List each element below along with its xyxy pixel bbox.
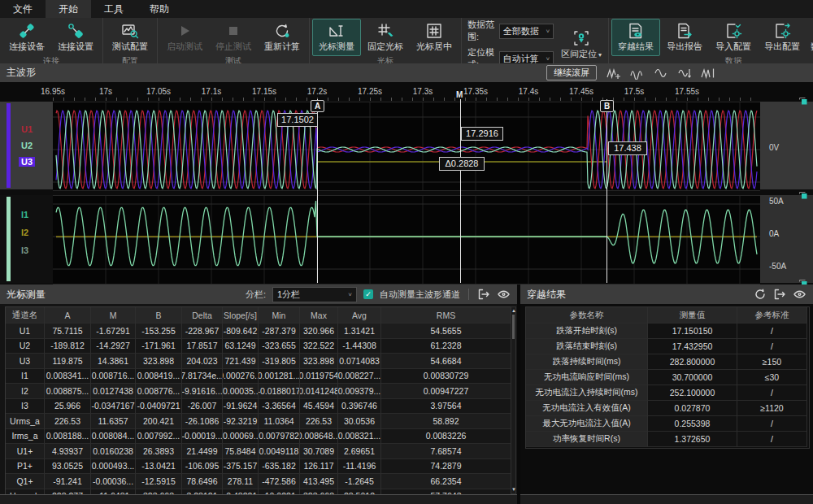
column-header[interactable]: 通道名 [6, 307, 45, 324]
table-cell: -171.961 [136, 339, 182, 354]
column-header: 测量值 [648, 307, 737, 324]
column-header[interactable]: A [45, 307, 91, 324]
channel-label-i1[interactable]: I1 [21, 210, 28, 219]
auto-measure-checkbox[interactable]: ✓ [363, 289, 373, 299]
column-header[interactable]: B [136, 307, 182, 324]
cursor-measure-label: 光标测量 [319, 41, 354, 53]
scroll-up-icon[interactable]: ▲ [511, 308, 515, 314]
scroll-down-icon[interactable]: ▼ [511, 487, 515, 493]
range-locate-button[interactable]: 区间定位▾ [557, 26, 606, 63]
table-row[interactable]: Irms_a0.008188...0.008084...0.007992...-… [6, 429, 511, 445]
cursor-a-badge[interactable]: A [311, 100, 324, 112]
crossing-result-button[interactable]: 穿越结果 [611, 19, 660, 56]
export-report-button[interactable]: 导出报告 [660, 19, 709, 56]
time-tick: 17.4s [519, 87, 538, 96]
eye-icon[interactable] [793, 288, 806, 301]
split-label: 分栏: [246, 289, 266, 301]
table-cell: 226.53 [45, 414, 91, 429]
start-test-button[interactable]: 启动测试 [160, 19, 209, 56]
table-row[interactable]: I325.966-0.0347167-0.0409721-26.007-91.9… [6, 399, 511, 415]
menu-tab-help[interactable]: 帮助 [137, 0, 182, 18]
channel-label-u2[interactable]: U2 [21, 141, 33, 150]
menu-tab-file[interactable]: 文件 [0, 0, 46, 18]
table-cell: -1.67291 [91, 324, 136, 339]
table-row[interactable]: I20.008875...0.01274380.008776...-9.9161… [6, 384, 511, 399]
table-row[interactable]: U175.7115-1.67291-153.255-228.967-809.64… [6, 324, 511, 339]
menu-tab-tools[interactable]: 工具 [91, 0, 137, 18]
import-config-label: 导入配置 [715, 41, 751, 53]
table-row[interactable]: Q1+-91.241-0.00036...-12.591578.6496278.… [6, 474, 511, 489]
column-header[interactable]: M [91, 307, 136, 324]
cursor-panel-title: 光标测量 [7, 288, 46, 302]
channel-label-i2[interactable]: I2 [21, 228, 28, 237]
column-header[interactable]: Min [259, 307, 300, 324]
table-row[interactable]: U1+4.939370.016023826.389321.449975.8484… [6, 444, 511, 459]
test-config-button[interactable]: 测试配置 [106, 19, 154, 56]
channel-label-i3[interactable]: I3 [21, 245, 28, 255]
panel-bottom-edge [520, 494, 813, 504]
split-select[interactable]: 1分栏 ˅ [272, 287, 357, 302]
table-row[interactable]: U2-189.812-14.2927-171.96117.851763.1249… [6, 339, 511, 354]
menu-tab-home[interactable]: 开始 [46, 0, 91, 18]
wave-compress-icon[interactable] [630, 67, 645, 80]
result-row: 无功电流响应时间(ms)30.700000≤30 [526, 370, 809, 385]
stop-test-button[interactable]: 停止测试 [209, 19, 258, 56]
connect-settings-button[interactable]: 连接设置 [51, 19, 100, 56]
time-tick: 17.15s [252, 87, 276, 96]
data-range-select[interactable]: 全部数据 ˅ [499, 24, 554, 39]
import-config-button[interactable]: 导入配置 [709, 19, 758, 56]
voltage-plot[interactable] [53, 102, 760, 191]
table-row[interactable]: U3119.87514.3861323.898204.023721.439-31… [6, 354, 511, 369]
table-cell: -26.007 [182, 399, 223, 415]
table-row[interactable]: Urms_a226.5311.6357200.421-26.1086-92.32… [6, 414, 511, 429]
connect-device-button[interactable]: 连接设备 [2, 19, 51, 56]
ribbon-group-cursor: 光标测量 固定光标 光标居中 光标 [310, 18, 462, 63]
vertical-scrollbar[interactable]: ▲ ▼ [511, 306, 516, 494]
channel-label-u3[interactable]: U3 [19, 157, 35, 167]
table-row[interactable]: P1+93.05250.000493...-13.0421-106.095-37… [6, 459, 511, 475]
table-cell: 78.6496 [182, 474, 223, 489]
recalculate-button[interactable]: 重新计算 [258, 19, 307, 56]
column-header[interactable]: Delta [182, 307, 223, 324]
export-report-label: 导出报告 [667, 41, 702, 53]
continue-scroll-button[interactable]: 继续滚屏 [546, 65, 597, 80]
column-header[interactable]: Avg [338, 307, 381, 324]
table-cell: 323.898 [136, 354, 182, 369]
column-header[interactable]: Max [300, 307, 338, 324]
wave-smooth-icon[interactable] [654, 67, 668, 80]
refresh-icon[interactable] [754, 288, 767, 301]
cursor-measure-button[interactable]: 光标测量 [312, 19, 361, 56]
wave-fit-icon[interactable] [677, 67, 692, 80]
table-cell: 0.008648... [300, 429, 338, 445]
waveform-area[interactable]: 16.95s17s17.05s17.1s17.15s17.2s17.25s17.… [0, 82, 813, 285]
cursor-center-button[interactable]: 光标居中 [410, 19, 459, 56]
table-cell: 0.0083226 [381, 429, 511, 445]
time-tick: 17.35s [463, 87, 488, 96]
export-icon[interactable] [773, 288, 786, 301]
app-window: 文件 开始 工具 帮助 连接设备 连接 [0, 0, 813, 504]
data-export-button[interactable]: 数据导出▾ [806, 19, 813, 56]
eye-icon[interactable] [497, 288, 511, 301]
table-cell: 0.027870 [648, 401, 737, 416]
export-icon[interactable] [477, 288, 490, 301]
wave-add-icon[interactable] [606, 67, 621, 80]
plot-restore-icon[interactable] [798, 97, 808, 106]
fixed-cursor-button[interactable]: 固定光标 [361, 19, 410, 56]
channel-label-u1[interactable]: U1 [21, 124, 33, 134]
column-header[interactable]: RMS [381, 307, 511, 324]
table-cell: 74.2879 [381, 459, 511, 475]
table-cell: -91.9624 [223, 399, 259, 415]
voltage-section-bar [7, 103, 11, 188]
cursor-b-badge[interactable]: B [600, 100, 614, 112]
table-row[interactable]: I10.008341...0.008716...0.008419...7.817… [6, 369, 511, 385]
wave-end-icon[interactable] [701, 67, 715, 80]
cursor-m-mark[interactable]: M [456, 90, 463, 99]
scrollbar-thumb[interactable] [512, 315, 515, 339]
export-config-button[interactable]: 导出配置 [758, 19, 806, 56]
current-axis-label: -50A [769, 262, 786, 271]
table-cell: -287.379 [259, 324, 300, 339]
current-plot[interactable] [53, 195, 760, 285]
cursor-b-line[interactable] [606, 99, 607, 283]
column-header[interactable]: Slope[/s] [223, 307, 259, 324]
plot-restore-icon[interactable] [798, 191, 808, 200]
